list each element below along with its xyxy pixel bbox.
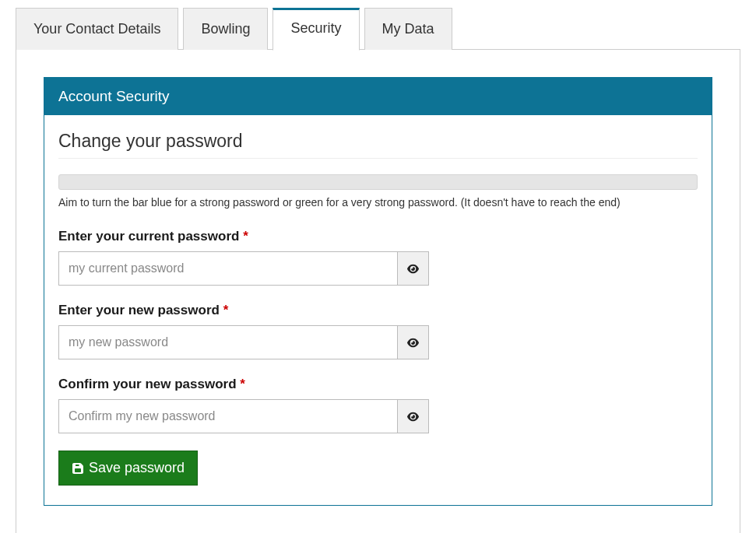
field-current-password: Enter your current password * xyxy=(58,229,698,286)
current-password-label: Enter your current password * xyxy=(58,229,698,244)
section-title: Change your password xyxy=(58,131,698,159)
new-password-label: Enter your new password * xyxy=(58,303,698,318)
new-password-input[interactable] xyxy=(58,325,398,359)
tab-security[interactable]: Security xyxy=(273,8,359,51)
tab-contact-details[interactable]: Your Contact Details xyxy=(16,8,178,50)
toggle-visibility-confirm[interactable] xyxy=(398,399,429,433)
required-marker: * xyxy=(243,229,248,244)
confirm-password-label: Confirm your new password * xyxy=(58,377,698,392)
card-header: Account Security xyxy=(44,78,712,115)
required-marker: * xyxy=(223,303,229,317)
eye-icon xyxy=(407,337,419,349)
field-confirm-password: Confirm your new password * xyxy=(58,377,698,433)
password-strength-hint: Aim to turn the bar blue for a strong pa… xyxy=(58,196,698,209)
eye-icon xyxy=(407,411,419,423)
tabs: Your Contact Details Bowling Security My… xyxy=(0,0,756,50)
required-marker: * xyxy=(240,377,245,391)
field-new-password: Enter your new password * xyxy=(58,303,698,359)
security-card: Account Security Change your password Ai… xyxy=(44,77,712,506)
eye-icon xyxy=(407,263,419,275)
toggle-visibility-current[interactable] xyxy=(398,251,429,286)
confirm-password-input[interactable] xyxy=(58,399,398,433)
card-body: Change your password Aim to turn the bar… xyxy=(44,115,712,505)
current-password-input[interactable] xyxy=(58,251,398,286)
save-button-label: Save password xyxy=(89,460,185,476)
tab-panel: Account Security Change your password Ai… xyxy=(16,49,740,533)
tab-bowling[interactable]: Bowling xyxy=(183,8,268,50)
password-strength-bar xyxy=(58,174,698,190)
save-icon xyxy=(72,462,84,475)
toggle-visibility-new[interactable] xyxy=(398,325,429,359)
save-password-button[interactable]: Save password xyxy=(58,451,198,486)
tab-my-data[interactable]: My Data xyxy=(364,8,452,50)
